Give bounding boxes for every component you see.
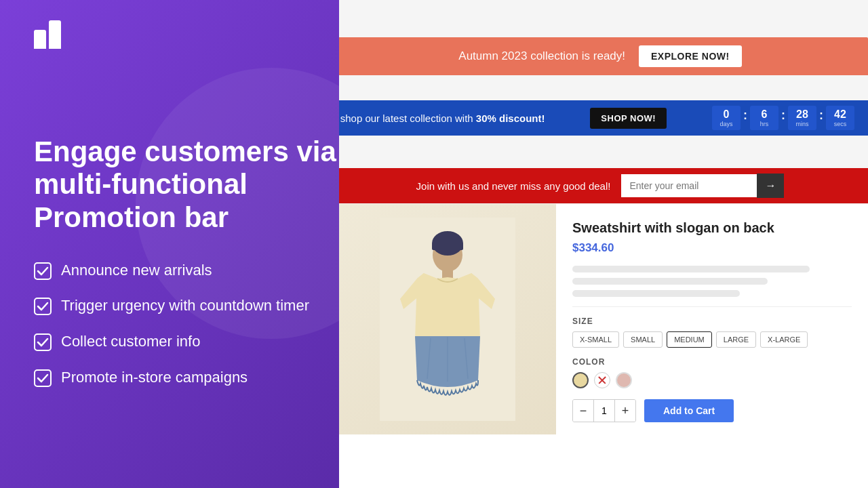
product-details: Sweatshirt with slogan on back $334.60 S… xyxy=(556,204,868,488)
timer-mins-value: 28 xyxy=(793,108,811,121)
size-btn-xsmall[interactable]: X-SMALL xyxy=(572,331,619,348)
color-label: COLOR xyxy=(572,357,852,367)
timer-secs-label: secs xyxy=(831,121,849,127)
countdown-timer: 0 days : 6 hrs : 28 mins : 42 secs xyxy=(712,106,854,130)
product-sweatshirt-svg xyxy=(380,218,515,421)
desc-line-2 xyxy=(572,278,768,285)
timer-days-value: 0 xyxy=(717,108,735,121)
shop-now-button[interactable]: SHOP NOW! xyxy=(590,108,667,129)
main-heading: Engage customers via multi-functional Pr… xyxy=(34,136,339,234)
quantity-value: 1 xyxy=(593,400,615,422)
size-btn-medium[interactable]: MEDIUM xyxy=(667,331,712,348)
timer-sep-1: : xyxy=(742,108,749,123)
color-swatch-yellow[interactable] xyxy=(572,372,589,388)
left-content: Engage customers via multi-functional Pr… xyxy=(34,136,339,387)
logo xyxy=(34,20,61,49)
product-title: Sweatshirt with slogan on back xyxy=(572,220,852,236)
feature-item-announce: Announce new arrivals xyxy=(34,261,339,281)
banner-email: Join with us and never miss any good dea… xyxy=(339,168,868,203)
feature-text-urgency: Trigger urgency with countdown timer xyxy=(61,296,309,316)
timer-mins: 28 mins xyxy=(788,106,816,130)
check-icon-announce xyxy=(34,262,52,280)
check-icon-promote xyxy=(34,369,52,387)
feature-item-collect: Collect customer info xyxy=(34,332,339,352)
timer-days-label: days xyxy=(717,121,735,127)
product-image xyxy=(339,204,556,434)
size-btn-small[interactable]: SMALL xyxy=(623,331,663,348)
check-icon-urgency xyxy=(34,298,52,315)
email-banner-text: Join with us and never miss any good dea… xyxy=(416,180,611,192)
email-input[interactable] xyxy=(621,174,757,197)
timer-secs-value: 42 xyxy=(831,108,849,121)
timer-hrs-value: 6 xyxy=(755,108,773,121)
timer-days: 0 days xyxy=(712,106,741,130)
svg-rect-3 xyxy=(35,370,51,386)
color-options xyxy=(572,372,852,388)
quantity-row: − 1 + Add to Cart xyxy=(572,399,852,422)
quantity-stepper: − 1 + xyxy=(572,399,636,422)
svg-rect-0 xyxy=(35,263,51,279)
right-panels: Autumn 2023 collection is ready! EXPLORE… xyxy=(339,0,868,488)
product-image-wrap xyxy=(339,204,556,434)
feature-text-collect: Collect customer info xyxy=(61,332,200,352)
timer-sep-2: : xyxy=(780,108,787,123)
banner-announcement: Autumn 2023 collection is ready! EXPLORE… xyxy=(339,37,868,75)
product-card: Sweatshirt with slogan on back $334.60 S… xyxy=(339,203,868,488)
feature-list: Announce new arrivals Trigger urgency wi… xyxy=(34,261,339,387)
size-options: X-SMALL SMALL MEDIUM LARGE X-LARGE xyxy=(572,331,852,348)
product-price: $334.60 xyxy=(572,241,852,255)
feature-item-urgency: Trigger urgency with countdown timer xyxy=(34,296,339,316)
timer-secs: 42 secs xyxy=(826,106,854,130)
quantity-decrease-button[interactable]: − xyxy=(573,400,593,422)
timer-mins-label: mins xyxy=(793,121,811,127)
size-btn-large[interactable]: LARGE xyxy=(716,331,756,348)
desc-line-3 xyxy=(572,290,740,297)
size-label: SIZE xyxy=(572,317,852,326)
svg-rect-1 xyxy=(35,298,51,314)
quantity-increase-button[interactable]: + xyxy=(615,400,635,422)
logo-bar-short xyxy=(34,30,46,49)
timer-hrs-label: hrs xyxy=(755,121,773,127)
svg-rect-8 xyxy=(442,269,453,279)
color-swatch-pink[interactable] xyxy=(616,372,632,388)
countdown-prefix: Last chance to shop our latest collectio… xyxy=(339,113,473,124)
svg-rect-7 xyxy=(432,243,463,250)
logo-icon xyxy=(34,20,61,49)
discount-text: 30% discount! xyxy=(476,113,545,124)
svg-rect-2 xyxy=(35,334,51,350)
feature-text-announce: Announce new arrivals xyxy=(61,261,212,281)
divider-1 xyxy=(572,306,852,307)
desc-line-1 xyxy=(572,266,810,272)
timer-hrs: 6 hrs xyxy=(750,106,778,130)
announcement-text: Autumn 2023 collection is ready! xyxy=(458,49,625,63)
countdown-text: Last chance to shop our latest collectio… xyxy=(339,113,545,124)
timer-sep-3: : xyxy=(818,108,825,123)
email-submit-button[interactable]: → xyxy=(757,174,784,198)
explore-now-button[interactable]: EXPLORE NOW! xyxy=(639,45,742,67)
feature-text-promote: Promote in-store campaigns xyxy=(61,368,248,388)
banner-countdown: Last chance to shop our latest collectio… xyxy=(339,100,868,136)
email-input-wrap: → xyxy=(621,174,784,198)
feature-item-promote: Promote in-store campaigns xyxy=(34,368,339,388)
size-btn-xlarge[interactable]: X-LARGE xyxy=(760,331,808,348)
check-icon-collect xyxy=(34,333,52,351)
add-to-cart-button[interactable]: Add to Cart xyxy=(644,399,734,422)
logo-bar-tall xyxy=(49,20,61,49)
color-swatch-red-x[interactable] xyxy=(594,372,610,388)
